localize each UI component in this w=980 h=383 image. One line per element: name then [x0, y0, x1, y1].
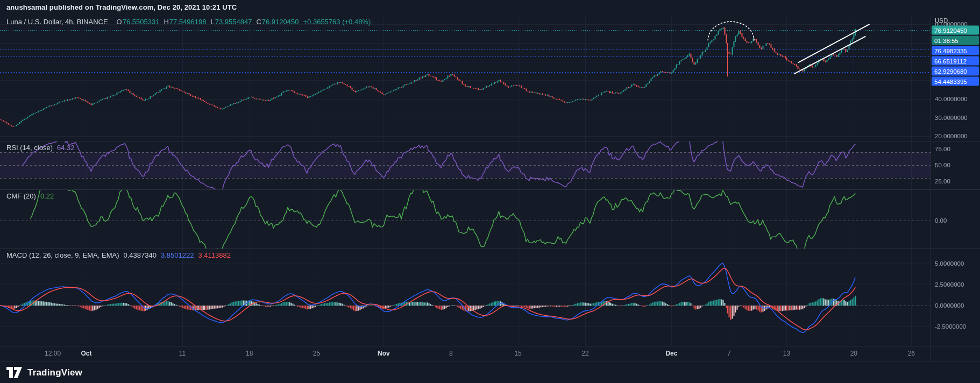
rsi-legend[interactable]: RSI (14, close) 64.32 — [6, 144, 75, 152]
macd-histogram-value: 0.4387340 — [124, 251, 157, 259]
time-axis-label: 25 — [313, 350, 320, 357]
rsi-scale-label: 25.00 — [935, 178, 950, 185]
bar-countdown-badge: 01:38:55 — [932, 36, 979, 45]
rsi-value: 64.32 — [57, 144, 75, 152]
cmf-value: 0.22 — [40, 192, 54, 200]
change-value: +0.3655763 (+0.48%) — [303, 18, 371, 26]
last-price-badge: 76.9120450 — [932, 26, 979, 35]
price-scale-label: 20.0000000 — [935, 133, 968, 139]
high-label: H — [164, 18, 168, 26]
rsi-scale-label: 75.00 — [935, 146, 950, 152]
open-value: 76.5505331 — [123, 18, 160, 26]
macd-signal-value: 3.4113882 — [198, 251, 231, 259]
time-axis-label: 26 — [908, 350, 915, 357]
price-scale-label: 40.0000000 — [935, 96, 968, 102]
footer-bar: TradingView — [0, 361, 980, 383]
cmf-title: CMF (20) — [6, 192, 36, 200]
price-scale-label: 30.0000000 — [935, 115, 968, 121]
time-axis-label: 18 — [246, 350, 253, 357]
close-value: 76.9120450 — [262, 18, 299, 26]
rsi-title: RSI (14, close) — [6, 144, 53, 152]
time-axis-label: 13 — [783, 350, 790, 357]
macd-line-value: 3.8501222 — [161, 251, 194, 259]
close-label: C — [256, 18, 261, 26]
publish-header: anushsamal published on TradingView.com,… — [6, 3, 237, 11]
time-axis-label: Oct — [81, 350, 91, 357]
macd-scale-label: -2.5000000 — [935, 323, 966, 330]
price-level-badge: 54.4483395 — [932, 77, 979, 86]
low-label: L — [210, 18, 214, 26]
low-value: 73.9554847 — [215, 18, 252, 26]
time-axis-label: 22 — [581, 350, 588, 357]
rsi-scale-label: 50.00 — [935, 162, 950, 168]
open-label: O — [117, 18, 122, 26]
time-axis-label: Nov — [378, 350, 390, 357]
cmf-scale-label: 0.00 — [935, 217, 947, 224]
price-level-badge: 76.4982335 — [932, 46, 979, 55]
macd-scale-label: 2.5000000 — [935, 281, 964, 288]
macd-scale-label: 0.0000000 — [935, 302, 964, 309]
ohlc-values: O76.5505331 H77.5496198 L73.9554847 C76.… — [112, 18, 371, 26]
time-axis-label: 8 — [449, 350, 453, 357]
tradingview-logo-icon[interactable] — [6, 367, 23, 378]
price-scale[interactable]: USD 80.000000040.000000030.000000020.000… — [931, 0, 980, 361]
high-value: 77.5496198 — [169, 18, 207, 26]
macd-title: MACD (12, 26, close, 9, EMA, EMA) — [6, 251, 119, 259]
time-axis-label: Dec — [665, 350, 677, 357]
publish-line: anushsamal published on TradingView.com,… — [6, 3, 237, 11]
time-axis-label: 11 — [179, 350, 186, 357]
time-axis-label: 7 — [727, 350, 731, 357]
symbol-legend[interactable]: Luna / U.S. Dollar, 4h, BINANCE O76.5505… — [6, 18, 371, 26]
time-axis-label: 20 — [850, 350, 857, 357]
price-chart-canvas[interactable] — [0, 0, 980, 383]
macd-legend[interactable]: MACD (12, 26, close, 9, EMA, EMA) 0.4387… — [6, 251, 231, 259]
macd-scale-label: 5.0000000 — [935, 260, 964, 267]
cmf-legend[interactable]: CMF (20) 0.22 — [6, 192, 54, 200]
symbol-title: Luna / U.S. Dollar, 4h, BINANCE — [6, 18, 108, 26]
time-axis-label: 12:00 — [45, 350, 61, 357]
time-axis-label: 15 — [514, 350, 521, 357]
price-level-badge: 66.6519112 — [932, 56, 979, 66]
tradingview-brand[interactable]: TradingView — [27, 367, 82, 378]
time-axis[interactable]: 12:00Oct111825Nov81522Dec7132026 — [0, 346, 931, 361]
tradingview-snapshot: anushsamal published on TradingView.com,… — [0, 0, 980, 383]
price-level-badge: 62.9290680 — [932, 67, 979, 76]
